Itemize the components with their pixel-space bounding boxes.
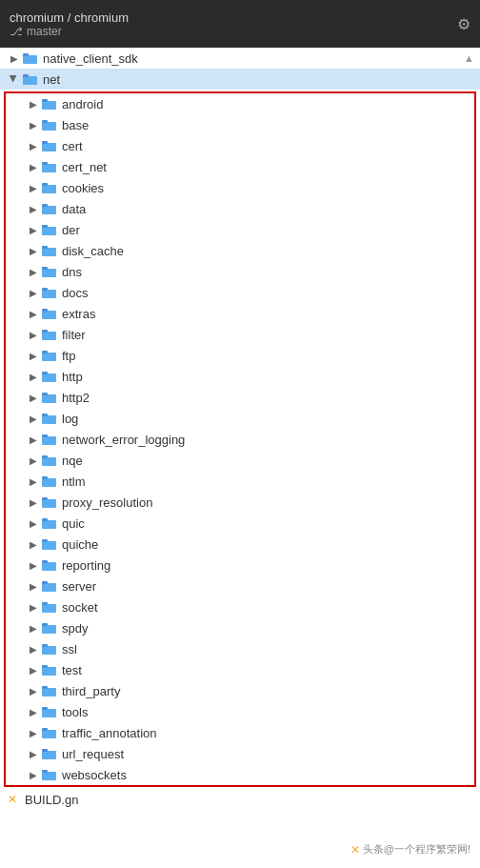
expand-arrow: ▶ — [27, 705, 40, 718]
tree-row[interactable]: ▶ base — [6, 114, 474, 135]
svg-rect-24 — [42, 311, 56, 319]
expand-arrow: ▶ — [27, 349, 40, 362]
expand-arrow: ▶ — [27, 181, 40, 194]
tree-row[interactable]: ▶ quiche — [6, 534, 474, 555]
folder-icon — [42, 454, 57, 467]
tree-row[interactable]: ▶ http — [6, 366, 474, 387]
tree-row[interactable]: ▶ http2 — [6, 387, 474, 408]
branch-icon: ⎇ — [10, 25, 23, 38]
expand-arrow: ▶ — [27, 747, 40, 760]
tree-row[interactable]: ▶ traffic_annotation — [6, 722, 474, 743]
expand-arrow: ▶ — [27, 642, 40, 656]
folder-label: proxy_resolution — [62, 495, 152, 510]
folder-icon — [42, 286, 57, 299]
expand-arrow: ▶ — [27, 139, 40, 152]
tree-row[interactable]: ▶ websockets — [6, 764, 474, 785]
folder-icon — [42, 328, 57, 341]
tree-row[interactable]: ▶ proxy_resolution — [6, 492, 474, 513]
tree-row[interactable]: ▶ data — [6, 198, 474, 219]
folder-label: http2 — [62, 391, 90, 405]
folder-icon — [42, 516, 57, 530]
folder-icon — [42, 768, 57, 781]
tree-row[interactable]: ▶ quic — [6, 513, 474, 534]
tree-row[interactable]: ▶ extras — [6, 303, 474, 324]
folder-icon — [42, 139, 57, 152]
tree-row[interactable]: ▶ url_request — [6, 743, 474, 764]
svg-rect-34 — [42, 415, 56, 424]
expand-arrow: ▶ — [27, 495, 40, 509]
tree-row[interactable]: ▶ docs — [6, 282, 474, 303]
svg-rect-68 — [42, 772, 56, 780]
tree-row[interactable]: ▶ nqe — [6, 450, 474, 471]
folder-label: der — [62, 223, 80, 237]
svg-rect-45 — [42, 518, 48, 521]
tree-row[interactable]: ▶ disk_cache — [6, 240, 474, 261]
tree-row[interactable]: ▶ server — [6, 575, 474, 596]
build-file-row[interactable]: ✕BUILD.gn — [0, 789, 480, 810]
tree-row[interactable]: ▶ ssl — [6, 638, 474, 659]
svg-rect-67 — [42, 749, 48, 752]
expand-arrow: ▶ — [27, 412, 40, 425]
svg-rect-47 — [42, 539, 48, 542]
expand-arrow: ▶ — [27, 558, 40, 572]
tree-row[interactable]: ▶ reporting — [6, 555, 474, 575]
svg-rect-16 — [42, 227, 56, 235]
tree-row[interactable]: ▶ spdy — [6, 617, 474, 638]
folder-label: test — [62, 663, 82, 677]
tree-row[interactable]: ▶ test — [6, 659, 474, 680]
folder-label: http — [62, 370, 83, 384]
tree-row[interactable]: ▶ tools — [6, 701, 474, 722]
expand-arrow-net: ▶ — [8, 72, 21, 86]
folder-icon — [42, 202, 57, 215]
tree-row[interactable]: ▶ android — [6, 93, 474, 114]
expand-arrow: ▶ — [27, 202, 40, 215]
tree-row[interactable]: ▶ ntlm — [6, 471, 474, 492]
folder-icon — [42, 118, 57, 131]
svg-rect-20 — [42, 269, 56, 277]
tree-row[interactable]: ▶ cert — [6, 135, 474, 156]
svg-rect-28 — [42, 353, 56, 361]
tree-row[interactable]: ▶ der — [6, 219, 474, 240]
svg-rect-42 — [42, 499, 56, 508]
svg-rect-10 — [42, 164, 56, 172]
collapse-icon: ▲ — [464, 52, 474, 64]
repo-title: chromium / chromium — [10, 10, 129, 25]
tree-row[interactable]: ▶ log — [6, 408, 474, 429]
tree-row[interactable]: ▶ native_client_sdk ▲ — [0, 48, 480, 69]
top-bar: chromium / chromium ⎇ master ⚙ — [0, 0, 480, 48]
svg-rect-33 — [42, 393, 48, 395]
svg-rect-5 — [42, 99, 48, 102]
svg-rect-15 — [42, 204, 48, 207]
expand-arrow: ▶ — [8, 51, 21, 65]
folder-label: ftp — [62, 349, 75, 363]
expand-arrow: ▶ — [27, 537, 40, 551]
tree-row[interactable]: ▶ cert_net — [6, 156, 474, 177]
folder-icon — [42, 600, 57, 614]
svg-rect-25 — [42, 309, 48, 312]
folder-icon — [42, 579, 57, 593]
folder-label: network_error_logging — [62, 433, 185, 447]
tree-row[interactable]: ▶ dns — [6, 261, 474, 282]
svg-rect-23 — [42, 288, 48, 291]
folder-label: base — [62, 118, 89, 132]
folder-icon — [42, 537, 57, 551]
tree-row[interactable]: ▶ third_party — [6, 680, 474, 701]
svg-rect-36 — [42, 436, 56, 445]
svg-rect-64 — [42, 730, 56, 738]
tree-row[interactable]: ▶ socket — [6, 596, 474, 617]
folder-icon — [42, 642, 57, 656]
folder-label: data — [62, 202, 86, 216]
tree-row[interactable]: ▶ ftp — [6, 345, 474, 366]
tree-row[interactable]: ▶ cookies — [6, 177, 474, 198]
folder-label: ssl — [62, 642, 77, 656]
svg-rect-62 — [42, 709, 56, 717]
gear-icon[interactable]: ⚙ — [457, 15, 470, 33]
tree-row[interactable]: ▶ network_error_logging — [6, 429, 474, 450]
tree-row[interactable]: ▶ filter — [6, 324, 474, 345]
tree-row-net[interactable]: ▶ net — [0, 69, 480, 90]
folder-label: cookies — [62, 181, 104, 195]
svg-rect-59 — [42, 665, 48, 668]
file-tree[interactable]: ▶ native_client_sdk ▲ ▶ net — [0, 48, 480, 868]
svg-rect-61 — [42, 686, 48, 689]
svg-rect-39 — [42, 455, 48, 458]
